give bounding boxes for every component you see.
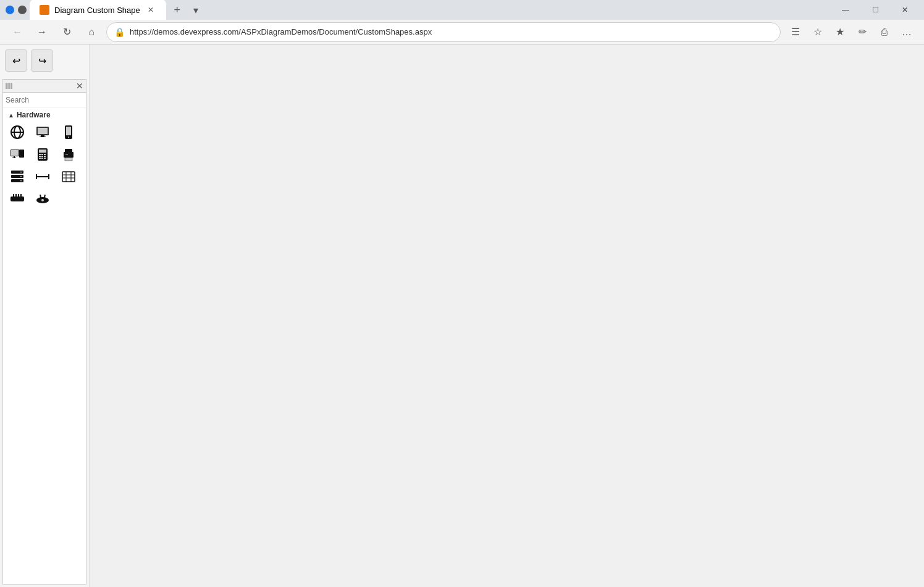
svg-rect-30	[65, 149, 72, 153]
svg-rect-49	[15, 194, 17, 196]
svg-rect-8	[41, 135, 44, 137]
svg-rect-28	[44, 158, 46, 159]
shape-printer[interactable]	[59, 145, 78, 164]
svg-rect-23	[39, 156, 41, 157]
svg-rect-24	[41, 156, 43, 157]
svg-rect-50	[18, 194, 19, 196]
canvas-wrapper: Switch Switch	[90, 44, 924, 587]
address-input[interactable]: 🔒 https://demos.devexpress.com/ASPxDiagr…	[106, 22, 781, 42]
redo-button[interactable]: ↪	[31, 49, 53, 72]
home-button[interactable]: ⌂	[82, 22, 101, 42]
forward-button[interactable]: →	[32, 22, 52, 42]
undo-button[interactable]: ↩	[5, 49, 27, 72]
shape-mobile[interactable]	[59, 123, 78, 141]
browser-icon	[5, 5, 15, 15]
shape-cable[interactable]	[33, 167, 52, 186]
svg-rect-48	[13, 194, 14, 196]
svg-rect-29	[64, 152, 74, 158]
shape-monitor[interactable]	[33, 123, 52, 141]
minimize-button[interactable]: —	[831, 0, 860, 20]
browser-actions: ☰ ☆ ★ ✏ ⎙ …	[786, 22, 917, 42]
share-button[interactable]: ⎙	[875, 22, 894, 42]
shape-panel: ✕ 🔍 ▲ Hardware	[2, 79, 86, 585]
maximize-button[interactable]: ☐	[861, 0, 889, 20]
svg-rect-16	[12, 158, 16, 158]
svg-rect-42	[62, 172, 75, 182]
favorites-button[interactable]: ☆	[808, 22, 828, 42]
svg-point-36	[20, 172, 22, 173]
address-bar-row: ← → ↻ ⌂ 🔒 https://demos.devexpress.com/A…	[0, 20, 924, 44]
sidebar: ↩ ↪ ✕ 🔍 ▲ Hardware	[0, 44, 90, 587]
shape-globe[interactable]	[8, 123, 27, 141]
tab-close-button[interactable]: ✕	[145, 4, 156, 15]
title-bar: Diagram Custom Shape ✕ + ▾ — ☐ ✕	[0, 0, 924, 20]
panel-handle	[6, 83, 12, 89]
tab-dropdown-button[interactable]: ▾	[187, 1, 204, 19]
svg-point-0	[6, 6, 14, 14]
annotate-button[interactable]: ✏	[852, 22, 872, 42]
svg-rect-17	[19, 150, 24, 158]
hardware-section: ▲ Hardware	[3, 108, 86, 216]
back-button[interactable]: ←	[7, 22, 27, 42]
reader-button[interactable]: ☰	[786, 22, 805, 42]
svg-rect-32	[65, 154, 68, 154]
search-input[interactable]	[6, 96, 86, 104]
tab-title: Diagram Custom Shape	[54, 6, 140, 15]
panel-close-button[interactable]: ✕	[76, 81, 83, 91]
refresh-button[interactable]: ↻	[57, 22, 77, 42]
svg-rect-19	[39, 150, 46, 153]
section-arrow: ▲	[8, 112, 14, 119]
svg-rect-22	[44, 154, 46, 155]
svg-rect-31	[65, 158, 72, 161]
section-title: ▲ Hardware	[8, 111, 81, 119]
svg-rect-27	[41, 158, 43, 159]
svg-rect-14	[11, 150, 19, 156]
shape-router[interactable]	[33, 190, 52, 208]
shape-grid	[8, 123, 81, 208]
svg-point-12	[68, 137, 69, 138]
svg-rect-20	[39, 154, 41, 155]
tab-icon-2	[17, 5, 27, 15]
svg-rect-11	[66, 127, 71, 135]
svg-point-55	[41, 199, 44, 201]
active-tab[interactable]: Diagram Custom Shape ✕	[30, 0, 166, 20]
svg-rect-51	[20, 194, 22, 196]
address-text: https://demos.devexpress.com/ASPxDiagram…	[130, 27, 773, 36]
collections-button[interactable]: ★	[830, 22, 850, 42]
svg-rect-9	[40, 137, 46, 137]
window-controls: — ☐ ✕	[831, 0, 919, 20]
new-tab-button[interactable]: +	[169, 1, 186, 19]
svg-rect-15	[14, 156, 15, 158]
shape-server[interactable]	[8, 167, 27, 186]
panel-header: ✕	[3, 80, 86, 93]
more-button[interactable]: …	[897, 22, 917, 42]
undo-redo-toolbar: ↩ ↪	[0, 44, 89, 77]
svg-point-37	[20, 176, 22, 177]
svg-point-38	[20, 180, 22, 182]
shape-calculator[interactable]	[33, 145, 52, 164]
security-icon: 🔒	[114, 27, 125, 37]
svg-rect-26	[39, 158, 41, 159]
svg-point-1	[18, 6, 27, 14]
svg-rect-25	[44, 156, 46, 157]
svg-rect-7	[38, 128, 48, 134]
close-button[interactable]: ✕	[891, 0, 919, 20]
shape-pc[interactable]	[8, 145, 27, 164]
tab-favicon	[40, 5, 49, 15]
svg-rect-21	[41, 154, 43, 155]
shape-patch[interactable]	[59, 167, 78, 186]
shape-hub[interactable]	[8, 190, 27, 208]
svg-rect-47	[10, 196, 24, 201]
panel-search[interactable]: 🔍	[3, 93, 86, 108]
app-area: ↩ ↪ ✕ 🔍 ▲ Hardware	[0, 44, 924, 587]
